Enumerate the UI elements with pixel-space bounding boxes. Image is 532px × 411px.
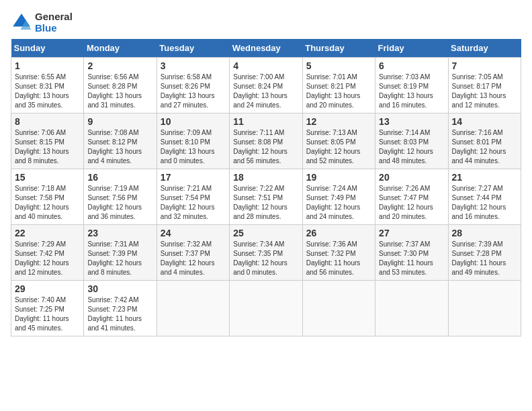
day-cell: [302, 281, 375, 336]
day-cell: 26Sunrise: 7:36 AM Sunset: 7:32 PM Dayli…: [302, 225, 375, 281]
day-number: 5: [306, 60, 371, 71]
day-info: Sunrise: 7:18 AM Sunset: 7:58 PM Dayligh…: [15, 184, 80, 222]
day-header-monday: Monday: [84, 39, 157, 58]
day-header-tuesday: Tuesday: [157, 39, 229, 58]
day-number: 21: [452, 172, 517, 183]
day-number: 8: [15, 116, 80, 127]
day-info: Sunrise: 7:11 AM Sunset: 8:08 PM Dayligh…: [233, 128, 298, 166]
day-info: Sunrise: 7:09 AM Sunset: 8:10 PM Dayligh…: [161, 128, 226, 166]
day-cell: 17Sunrise: 7:21 AM Sunset: 7:54 PM Dayli…: [157, 169, 229, 225]
day-info: Sunrise: 7:03 AM Sunset: 8:19 PM Dayligh…: [379, 73, 444, 110]
day-cell: 9Sunrise: 7:08 AM Sunset: 8:12 PM Daylig…: [84, 113, 157, 169]
day-cell: 29Sunrise: 7:40 AM Sunset: 7:25 PM Dayli…: [11, 281, 84, 336]
day-cell: [448, 281, 521, 336]
day-number: 7: [452, 60, 517, 71]
day-header-thursday: Thursday: [302, 39, 375, 58]
day-cell: 11Sunrise: 7:11 AM Sunset: 8:08 PM Dayli…: [230, 113, 302, 169]
day-header-sunday: Sunday: [11, 39, 84, 58]
week-row-2: 8Sunrise: 7:06 AM Sunset: 8:15 PM Daylig…: [11, 113, 521, 169]
day-cell: 23Sunrise: 7:31 AM Sunset: 7:39 PM Dayli…: [84, 225, 157, 281]
header: General Blue: [11, 11, 521, 34]
day-number: 24: [161, 228, 226, 238]
day-number: 12: [306, 116, 371, 127]
day-info: Sunrise: 7:16 AM Sunset: 8:01 PM Dayligh…: [452, 128, 517, 166]
logo-text: General Blue: [35, 11, 73, 34]
day-cell: 30Sunrise: 7:42 AM Sunset: 7:23 PM Dayli…: [84, 281, 157, 336]
day-cell: 1Sunrise: 6:55 AM Sunset: 8:31 PM Daylig…: [11, 58, 84, 113]
day-cell: 8Sunrise: 7:06 AM Sunset: 8:15 PM Daylig…: [11, 113, 84, 169]
day-cell: [230, 281, 302, 336]
day-cell: 14Sunrise: 7:16 AM Sunset: 8:01 PM Dayli…: [448, 113, 521, 169]
day-cell: 6Sunrise: 7:03 AM Sunset: 8:19 PM Daylig…: [375, 58, 448, 113]
day-cell: 12Sunrise: 7:13 AM Sunset: 8:05 PM Dayli…: [302, 113, 375, 169]
day-cell: 28Sunrise: 7:39 AM Sunset: 7:28 PM Dayli…: [448, 225, 521, 281]
day-cell: 16Sunrise: 7:19 AM Sunset: 7:56 PM Dayli…: [84, 169, 157, 225]
day-cell: 24Sunrise: 7:32 AM Sunset: 7:37 PM Dayli…: [157, 225, 229, 281]
day-info: Sunrise: 6:56 AM Sunset: 8:28 PM Dayligh…: [87, 73, 152, 110]
day-cell: 4Sunrise: 7:00 AM Sunset: 8:24 PM Daylig…: [230, 58, 302, 113]
day-number: 1: [15, 60, 80, 71]
day-header-friday: Friday: [375, 39, 448, 58]
day-cell: 21Sunrise: 7:27 AM Sunset: 7:44 PM Dayli…: [448, 169, 521, 225]
day-cell: 3Sunrise: 6:58 AM Sunset: 8:26 PM Daylig…: [157, 58, 229, 113]
day-info: Sunrise: 7:13 AM Sunset: 8:05 PM Dayligh…: [306, 128, 371, 166]
logo: General Blue: [11, 11, 73, 34]
day-cell: 15Sunrise: 7:18 AM Sunset: 7:58 PM Dayli…: [11, 169, 84, 225]
day-cell: 18Sunrise: 7:22 AM Sunset: 7:51 PM Dayli…: [230, 169, 302, 225]
day-info: Sunrise: 7:08 AM Sunset: 8:12 PM Dayligh…: [87, 128, 152, 166]
day-cell: 25Sunrise: 7:34 AM Sunset: 7:35 PM Dayli…: [230, 225, 302, 281]
day-number: 29: [15, 283, 80, 294]
day-number: 11: [233, 116, 298, 127]
day-info: Sunrise: 7:34 AM Sunset: 7:35 PM Dayligh…: [233, 240, 298, 277]
day-info: Sunrise: 7:39 AM Sunset: 7:28 PM Dayligh…: [452, 240, 517, 277]
week-row-3: 15Sunrise: 7:18 AM Sunset: 7:58 PM Dayli…: [11, 169, 521, 225]
day-number: 28: [452, 228, 517, 238]
day-info: Sunrise: 7:00 AM Sunset: 8:24 PM Dayligh…: [233, 73, 298, 110]
day-cell: 13Sunrise: 7:14 AM Sunset: 8:03 PM Dayli…: [375, 113, 448, 169]
day-number: 3: [161, 60, 226, 71]
day-cell: 27Sunrise: 7:37 AM Sunset: 7:30 PM Dayli…: [375, 225, 448, 281]
day-info: Sunrise: 7:31 AM Sunset: 7:39 PM Dayligh…: [87, 240, 152, 277]
day-cell: 22Sunrise: 7:29 AM Sunset: 7:42 PM Dayli…: [11, 225, 84, 281]
day-info: Sunrise: 7:42 AM Sunset: 7:23 PM Dayligh…: [87, 295, 152, 333]
day-info: Sunrise: 6:58 AM Sunset: 8:26 PM Dayligh…: [161, 73, 226, 110]
day-info: Sunrise: 7:05 AM Sunset: 8:17 PM Dayligh…: [452, 73, 517, 110]
day-number: 23: [87, 228, 152, 238]
day-cell: 7Sunrise: 7:05 AM Sunset: 8:17 PM Daylig…: [448, 58, 521, 113]
day-info: Sunrise: 7:24 AM Sunset: 7:49 PM Dayligh…: [306, 184, 371, 222]
day-info: Sunrise: 7:27 AM Sunset: 7:44 PM Dayligh…: [452, 184, 517, 222]
day-number: 10: [161, 116, 226, 127]
calendar-table: SundayMondayTuesdayWednesdayThursdayFrid…: [11, 39, 521, 336]
day-info: Sunrise: 7:06 AM Sunset: 8:15 PM Dayligh…: [15, 128, 80, 166]
day-number: 14: [452, 116, 517, 127]
day-number: 25: [233, 228, 298, 238]
day-info: Sunrise: 7:26 AM Sunset: 7:47 PM Dayligh…: [379, 184, 444, 222]
day-number: 30: [87, 283, 152, 294]
day-number: 18: [233, 172, 298, 183]
day-number: 13: [379, 116, 444, 127]
day-header-wednesday: Wednesday: [230, 39, 302, 58]
day-info: Sunrise: 7:21 AM Sunset: 7:54 PM Dayligh…: [161, 184, 226, 222]
day-cell: [375, 281, 448, 336]
day-number: 27: [379, 228, 444, 238]
day-cell: 19Sunrise: 7:24 AM Sunset: 7:49 PM Dayli…: [302, 169, 375, 225]
day-number: 2: [87, 60, 152, 71]
day-number: 15: [15, 172, 80, 183]
day-number: 9: [87, 116, 152, 127]
day-cell: [157, 281, 229, 336]
day-info: Sunrise: 7:14 AM Sunset: 8:03 PM Dayligh…: [379, 128, 444, 166]
day-number: 17: [161, 172, 226, 183]
day-info: Sunrise: 7:01 AM Sunset: 8:21 PM Dayligh…: [306, 73, 371, 110]
day-info: Sunrise: 7:22 AM Sunset: 7:51 PM Dayligh…: [233, 184, 298, 222]
day-number: 19: [306, 172, 371, 183]
day-number: 22: [15, 228, 80, 238]
header-row: SundayMondayTuesdayWednesdayThursdayFrid…: [11, 39, 521, 58]
day-number: 20: [379, 172, 444, 183]
day-info: Sunrise: 7:36 AM Sunset: 7:32 PM Dayligh…: [306, 240, 371, 277]
day-cell: 10Sunrise: 7:09 AM Sunset: 8:10 PM Dayli…: [157, 113, 229, 169]
day-number: 6: [379, 60, 444, 71]
day-header-saturday: Saturday: [448, 39, 521, 58]
week-row-5: 29Sunrise: 7:40 AM Sunset: 7:25 PM Dayli…: [11, 281, 521, 336]
week-row-4: 22Sunrise: 7:29 AM Sunset: 7:42 PM Dayli…: [11, 225, 521, 281]
day-number: 26: [306, 228, 371, 238]
